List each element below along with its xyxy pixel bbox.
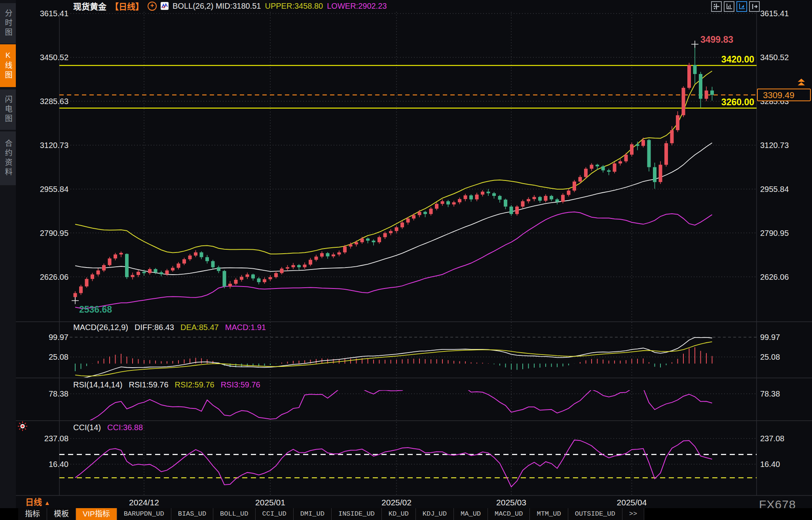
period-tag[interactable]: 【日线】 — [110, 0, 144, 12]
svg-text:2025/04: 2025/04 — [617, 498, 647, 507]
jump-latest-icon[interactable] — [749, 1, 760, 12]
svg-text:2955.84: 2955.84 — [40, 185, 68, 194]
macd-indicator-row: MACD(26,12,9) DIFF:86.43 DEA:85.47 MACD:… — [73, 323, 266, 332]
tab-indicator[interactable]: 指标 — [18, 508, 47, 520]
alert-icon[interactable] — [17, 421, 28, 433]
svg-text:25.08: 25.08 — [49, 353, 68, 361]
tab-boll-ud[interactable]: BOLL_UD — [213, 508, 255, 520]
svg-text:2790.95: 2790.95 — [760, 229, 789, 237]
macd-dea-value: DEA:85.47 — [180, 323, 219, 332]
chart-header: 现货黄金 【日线】 + BOLL(26,2) MID:3180.51 UPPER… — [73, 1, 387, 11]
symbol-title: 现货黄金 — [73, 0, 106, 12]
chevron-up-icon: ▲ — [44, 499, 50, 506]
svg-text:3120.73: 3120.73 — [760, 141, 789, 150]
cci-value: CCI:36.88 — [107, 423, 143, 432]
svg-text:3499.83: 3499.83 — [700, 34, 733, 45]
tab-mtm-ud[interactable]: MTM_UD — [530, 508, 568, 520]
cci-name-label: CCI(14) — [73, 423, 101, 432]
svg-text:2025/03: 2025/03 — [496, 498, 526, 507]
svg-text:3309.49: 3309.49 — [763, 90, 795, 100]
sidebar-item-contract-info[interactable]: 合约资料 — [0, 131, 16, 185]
tab-cci-ud[interactable]: CCI_UD — [256, 508, 294, 520]
rsi1-value: RSI1:59.76 — [129, 380, 169, 389]
svg-text:99.97: 99.97 — [760, 333, 780, 342]
sidebar-item-lightning-chart[interactable]: 闪电图 — [0, 89, 16, 130]
tab-vip-indicator[interactable]: VIP指标 — [76, 508, 117, 520]
tab-kdj-ud[interactable]: KDJ_UD — [416, 508, 454, 520]
svg-text:2626.06: 2626.06 — [760, 273, 789, 281]
indicator-tab-bar: 指标 模板 VIP指标 BARUPDN_UD BIAS_UD BOLL_UD C… — [0, 508, 812, 520]
svg-text:237.08: 237.08 — [760, 434, 784, 443]
period-label: 日线 — [25, 497, 42, 507]
chart-toolbar — [711, 1, 760, 12]
tab-template[interactable]: 模板 — [47, 508, 76, 520]
tab-ma-ud[interactable]: MA_UD — [454, 508, 488, 520]
svg-text:3615.41: 3615.41 — [760, 9, 789, 18]
svg-text:3260.00: 3260.00 — [721, 97, 754, 107]
tab-kd-ud[interactable]: KD_UD — [382, 508, 416, 520]
chart-type-sidebar: 分时图 K线图 闪电图 合约资料 — [0, 0, 16, 520]
rsi-name-label: RSI(14,14,14) — [73, 380, 123, 389]
rsi-indicator-row: RSI(14,14,14) RSI1:59.76 RSI2:59.76 RSI3… — [73, 380, 260, 389]
svg-text:2536.68: 2536.68 — [79, 304, 112, 315]
svg-text:99.97: 99.97 — [49, 333, 68, 342]
macd-diff-value: DIFF:86.43 — [135, 323, 174, 332]
svg-text:16.40: 16.40 — [49, 460, 68, 469]
period-selector[interactable]: 日线 ▲ — [25, 495, 50, 507]
add-indicator-icon[interactable]: + — [148, 2, 157, 11]
rsi3-value: RSI3:59.76 — [221, 380, 260, 389]
boll-upper-label: UPPER:3458.80 — [265, 2, 323, 11]
svg-text:25.08: 25.08 — [760, 353, 780, 361]
tab-outside-ud[interactable]: OUTSIDE_UD — [568, 508, 622, 520]
svg-text:237.08: 237.08 — [44, 434, 68, 443]
axis-scale-icon[interactable] — [724, 1, 734, 12]
svg-text:78.38: 78.38 — [49, 389, 68, 398]
svg-text:2790.95: 2790.95 — [40, 229, 68, 237]
svg-text:2025/02: 2025/02 — [381, 498, 412, 507]
svg-text:3120.73: 3120.73 — [40, 141, 68, 150]
indicator-logo-icon — [161, 2, 169, 10]
tabbar-spacer — [0, 508, 18, 520]
price-chart-canvas[interactable]: 3615.413615.413450.523450.523285.633285.… — [0, 0, 812, 520]
tab-barupdn-ud[interactable]: BARUPDN_UD — [117, 508, 171, 520]
svg-text:2955.84: 2955.84 — [760, 185, 789, 194]
sidebar-item-kline-chart[interactable]: K线图 — [0, 44, 16, 87]
svg-text:2024/12: 2024/12 — [129, 498, 159, 507]
svg-text:3450.52: 3450.52 — [40, 53, 68, 62]
trading-app-window: { "header": { "title": "现货黄金", "period_t… — [0, 0, 812, 520]
axis-play-icon[interactable] — [736, 1, 747, 12]
svg-text:78.38: 78.38 — [760, 389, 780, 398]
sidebar-item-timeline-chart[interactable]: 分时图 — [0, 3, 16, 44]
cci-indicator-row: CCI(14) CCI:36.88 — [73, 423, 143, 432]
macd-name-label: MACD(26,12,9) — [73, 323, 128, 332]
layout-grid-icon[interactable] — [711, 1, 722, 12]
tab-dmi-ud[interactable]: DMI_UD — [294, 508, 332, 520]
tab-bias-ud[interactable]: BIAS_UD — [171, 508, 213, 520]
tab-macd-ud[interactable]: MACD_UD — [488, 508, 530, 520]
tab-inside-ud[interactable]: INSIDE_UD — [332, 508, 382, 520]
rsi2-value: RSI2:59.76 — [175, 380, 214, 389]
svg-text:3420.00: 3420.00 — [721, 54, 754, 65]
tab-more[interactable]: >> — [622, 508, 644, 520]
svg-text:3450.52: 3450.52 — [760, 53, 789, 62]
svg-text:2025/01: 2025/01 — [255, 498, 285, 507]
svg-text:2626.06: 2626.06 — [40, 273, 68, 281]
macd-macd-value: MACD:1.91 — [225, 323, 266, 332]
boll-mid-label: BOLL(26,2) MID:3180.51 — [173, 2, 261, 11]
svg-text:3615.41: 3615.41 — [40, 9, 68, 18]
svg-text:16.40: 16.40 — [760, 460, 780, 469]
svg-text:3285.63: 3285.63 — [40, 97, 68, 106]
boll-lower-label: LOWER:2902.23 — [327, 2, 387, 11]
